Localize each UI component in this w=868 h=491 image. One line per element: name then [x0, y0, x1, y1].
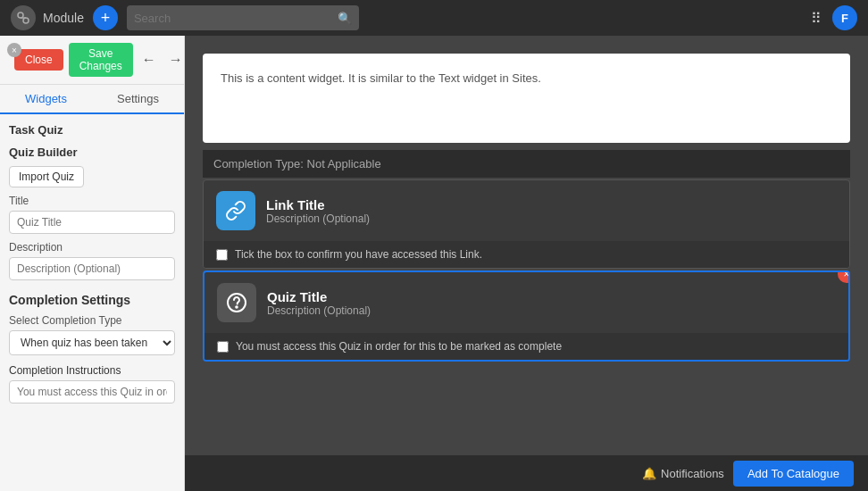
user-avatar[interactable]: F [832, 5, 857, 30]
title-input[interactable] [9, 211, 175, 234]
quiz-widget-description: Description (Optional) [267, 304, 836, 317]
bell-icon: 🔔 [642, 467, 656, 480]
search-input[interactable] [134, 12, 332, 25]
widget-text-content: This is a content widget. It is similar … [221, 71, 541, 85]
quiz-widget-checkbox[interactable] [217, 341, 229, 353]
logo-icon [11, 5, 36, 30]
undo-button[interactable]: ← [138, 50, 160, 70]
sidebar-content: Task Quiz Quiz Builder Import Quiz Title… [0, 114, 184, 491]
link-widget-checkbox[interactable] [216, 249, 228, 261]
top-bar-right: ⠿ F [811, 5, 857, 30]
svg-point-0 [18, 12, 23, 18]
link-widget-card: Link Title Description (Optional) Tick t… [203, 179, 850, 269]
save-changes-button[interactable]: Save Changes [69, 43, 133, 77]
completion-instructions-label: Completion Instructions [9, 364, 175, 377]
select-completion-type-label: Select Completion Type [9, 314, 175, 327]
quiz-widget-icon [217, 283, 256, 322]
main-layout: × Close Save Changes ← → Widgets Setting… [0, 36, 868, 491]
app-logo: Module [11, 5, 84, 30]
link-widget-checkbox-label: Tick the box to confirm you have accesse… [235, 248, 482, 261]
app-title: Module [43, 11, 84, 25]
link-widget-checkbox-row: Tick the box to confirm you have accesse… [204, 241, 849, 268]
redo-button[interactable]: → [165, 50, 187, 70]
sidebar-toolbar: Close Save Changes ← → [0, 36, 184, 85]
quiz-widget-title: Quiz Title [267, 289, 836, 304]
content-area: This is a content widget. It is similar … [185, 36, 868, 491]
text-widget: This is a content widget. It is similar … [203, 54, 850, 143]
title-label: Title [9, 195, 175, 207]
link-widget-description: Description (Optional) [266, 212, 837, 225]
bottom-bar: 🔔 Notifications Add To Catalogue [185, 455, 868, 491]
close-button[interactable]: Close [14, 49, 63, 71]
link-widget-icon [216, 191, 255, 230]
sidebar-tabs: Widgets Settings [0, 85, 184, 114]
sidebar: × Close Save Changes ← → Widgets Setting… [0, 36, 185, 491]
description-label: Description [9, 241, 175, 254]
link-widget-header: Link Title Description (Optional) [204, 180, 849, 241]
svg-point-1 [23, 18, 29, 23]
link-widget-info: Link Title Description (Optional) [266, 197, 837, 225]
svg-point-4 [236, 306, 238, 308]
quiz-widget-info: Quiz Title Description (Optional) [267, 289, 836, 317]
add-button[interactable]: + [93, 5, 118, 30]
tab-widgets[interactable]: Widgets [0, 85, 92, 114]
grid-icon[interactable]: ⠿ [811, 10, 822, 27]
search-icon: 🔍 [338, 12, 352, 25]
bottom-spacer [203, 362, 850, 406]
quiz-widget-checkbox-label: You must access this Quiz in order for t… [236, 340, 562, 353]
sidebar-close-button[interactable]: × [7, 43, 21, 57]
link-widget-title: Link Title [266, 197, 837, 212]
add-to-catalogue-button[interactable]: Add To Catalogue [733, 461, 854, 487]
tab-settings[interactable]: Settings [92, 85, 184, 112]
top-bar: Module + 🔍 ⠿ F [0, 0, 868, 36]
task-quiz-title: Task Quiz [9, 123, 175, 137]
quiz-widget-card[interactable]: × Quiz Title Description (Optional) You … [203, 270, 850, 362]
quiz-builder-label: Quiz Builder [9, 146, 175, 159]
description-input[interactable] [9, 257, 175, 280]
import-quiz-button[interactable]: Import Quiz [9, 166, 84, 187]
completion-settings-title: Completion Settings [9, 293, 175, 307]
quiz-widget-header: Quiz Title Description (Optional) [204, 272, 848, 333]
completion-instructions-input[interactable] [9, 380, 175, 404]
completion-type-bar: Completion Type: Not Applicable [203, 150, 850, 178]
completion-type-select[interactable]: When quiz has been taken [9, 330, 175, 355]
notifications-button[interactable]: 🔔 Notifications [642, 467, 724, 480]
quiz-widget-checkbox-row: You must access this Quiz in order for t… [204, 333, 848, 360]
search-bar: 🔍 [127, 5, 359, 30]
